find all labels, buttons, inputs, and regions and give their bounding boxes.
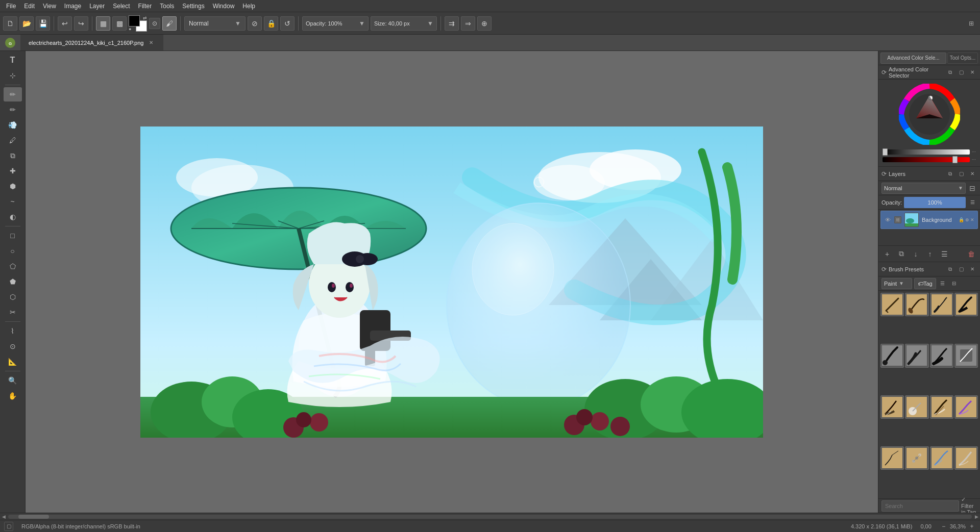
ellipse-select-tool[interactable]: ○ xyxy=(4,244,22,258)
paths-tool[interactable]: ⌇ xyxy=(4,324,22,338)
brush-tool-button[interactable]: 🖌 xyxy=(162,16,177,31)
brush-item-3[interactable] xyxy=(954,293,978,316)
fuzzy-select-tool[interactable]: ⬟ xyxy=(4,274,22,289)
brush-presets-expand-button[interactable]: ▢ xyxy=(957,265,966,274)
layer-opacity-menu[interactable]: ☰ xyxy=(968,198,977,207)
layer-menu-button[interactable]: ☰ xyxy=(939,248,950,260)
lock2-button[interactable]: ↺ xyxy=(280,16,295,31)
scroll-thumb[interactable] xyxy=(18,515,49,519)
menu-window[interactable]: Window xyxy=(209,2,239,11)
brush-item-15[interactable] xyxy=(954,446,978,470)
airbrush-tool[interactable]: 💨 xyxy=(4,118,22,132)
color-selector-float-button[interactable]: ⧉ xyxy=(945,68,954,77)
menu-layer[interactable]: Layer xyxy=(85,2,109,11)
layers-float-button[interactable]: ⧉ xyxy=(945,169,954,179)
brush-view-button[interactable]: ☰ xyxy=(938,279,947,288)
brush-item-6[interactable] xyxy=(930,344,953,367)
menu-image[interactable]: Image xyxy=(60,2,85,11)
lock-alpha-button[interactable]: 🔒 xyxy=(264,16,278,31)
blend-mode-dropdown[interactable]: Normal ▼ xyxy=(184,16,246,31)
layer-delete-icon[interactable]: ✕ xyxy=(970,217,974,222)
color-picker-tool[interactable]: ⊙ xyxy=(4,339,22,353)
brush-search-input[interactable] xyxy=(881,500,959,512)
brush-presets-float-button[interactable]: ⧉ xyxy=(945,265,954,274)
move-layer-up-button[interactable]: ↑ xyxy=(924,248,936,260)
move-layer-down-button[interactable]: ↓ xyxy=(910,248,921,260)
heal-tool[interactable]: ✚ xyxy=(4,164,22,178)
advanced-color-tab[interactable]: Advanced Color Sele... xyxy=(880,53,946,64)
zoom-in-button[interactable]: + xyxy=(968,522,976,530)
clone-tool[interactable]: ⧉ xyxy=(4,148,22,163)
scroll-left-button[interactable]: ◀ xyxy=(0,513,7,520)
open-file-button[interactable]: 📂 xyxy=(19,16,34,31)
align-button[interactable]: ⇉ xyxy=(445,16,459,31)
menu-settings[interactable]: Settings xyxy=(178,2,208,11)
erase-button[interactable]: ⊘ xyxy=(248,16,262,31)
canvas-area[interactable]: Tyson Tan xyxy=(26,51,878,513)
menu-help[interactable]: Help xyxy=(238,2,259,11)
paint-tool[interactable]: ✏ xyxy=(4,87,22,102)
layers-close-button[interactable]: ✕ xyxy=(968,169,977,179)
color-wheel[interactable] xyxy=(899,84,960,145)
zoom-in-tool[interactable]: 🔍 xyxy=(4,373,22,388)
brush-item-2[interactable] xyxy=(930,293,953,316)
menu-view[interactable]: View xyxy=(39,2,60,11)
brush-item-12[interactable] xyxy=(880,446,904,470)
text-tool[interactable]: T xyxy=(4,53,22,67)
color-mode-button[interactable]: ⊙ xyxy=(149,18,160,29)
redo-button[interactable]: ↪ xyxy=(74,16,88,31)
delete-layer-button[interactable]: 🗑 xyxy=(966,248,977,260)
size-control[interactable]: Size: 40,00 px ▼ xyxy=(371,16,437,31)
layer-blend-mode-dropdown[interactable]: Normal ▼ xyxy=(881,183,966,194)
brush-item-5[interactable] xyxy=(905,344,928,367)
brush-item-10[interactable] xyxy=(930,395,953,419)
color-reset-icon[interactable]: ● xyxy=(129,27,131,32)
brush-category-dropdown[interactable]: Paint ▼ xyxy=(881,278,912,289)
image-tab[interactable]: electrichearts_20201224A_kiki_c1_2160P.p… xyxy=(20,35,163,50)
add-layer-button[interactable]: + xyxy=(881,248,893,260)
layer-visibility-toggle[interactable]: 👁 xyxy=(884,216,891,223)
select-by-color-tool[interactable]: ⬡ xyxy=(4,290,22,304)
tool-opts-tab[interactable]: Tool Opts... xyxy=(947,53,978,64)
layer-chain-icon[interactable]: ⛓ xyxy=(894,216,901,223)
zoom-out-button[interactable]: − xyxy=(940,522,948,530)
scroll-track[interactable] xyxy=(8,515,972,519)
brush-item-7[interactable] xyxy=(954,344,978,367)
window-resize-button[interactable]: ⊞ xyxy=(966,18,977,29)
brush-item-9[interactable] xyxy=(905,395,928,419)
brush-item-14[interactable] xyxy=(930,446,953,470)
menu-filter[interactable]: Filter xyxy=(134,2,156,11)
tab-close-button[interactable]: ✕ xyxy=(148,39,155,46)
brush-options-button[interactable]: ⊟ xyxy=(949,279,959,288)
undo-button[interactable]: ↩ xyxy=(58,16,72,31)
layer-opacity-control[interactable]: 100% xyxy=(904,197,966,208)
measure-tool[interactable]: 📐 xyxy=(4,354,22,369)
grid2-button[interactable]: ▩ xyxy=(112,16,127,31)
grid-toggle-button[interactable]: ▦ xyxy=(96,16,110,31)
menu-file[interactable]: File xyxy=(2,2,20,11)
red-slider[interactable] xyxy=(883,157,970,162)
ink-tool[interactable]: 🖊 xyxy=(4,133,22,147)
brush-presets-close-button[interactable]: ✕ xyxy=(968,265,977,274)
duplicate-layer-button[interactable]: ⧉ xyxy=(896,248,907,260)
scroll-right-button[interactable]: ▶ xyxy=(973,513,980,520)
flip-button[interactable]: ⇒ xyxy=(461,16,475,31)
brush-tag-button[interactable]: 🏷 Tag xyxy=(914,278,936,289)
menu-tools[interactable]: Tools xyxy=(156,2,178,11)
brush-item-0[interactable] xyxy=(880,293,904,316)
menu-select[interactable]: Select xyxy=(109,2,134,11)
color-selector-expand-button[interactable]: ▢ xyxy=(957,68,966,77)
align-tool[interactable]: ⊹ xyxy=(4,68,22,83)
brush-item-8[interactable] xyxy=(880,395,904,419)
black-slider[interactable] xyxy=(883,149,970,155)
save-file-button[interactable]: 💾 xyxy=(36,16,50,31)
layer-filter-button[interactable]: ⊟ xyxy=(968,184,977,193)
transform-button[interactable]: ⊕ xyxy=(477,16,492,31)
layer-item-background[interactable]: 👁 ⛓ Background 🔒 ⊕ ✕ xyxy=(880,211,978,229)
brush-item-11[interactable] xyxy=(954,395,978,419)
smudge-tool[interactable]: ~ xyxy=(4,194,22,209)
layers-expand-button[interactable]: ▢ xyxy=(957,169,966,179)
free-select-tool[interactable]: ⬠ xyxy=(4,259,22,273)
fg-bg-color-selector[interactable]: ⇄ ● xyxy=(129,15,147,32)
dodge-burn-tool[interactable]: ◐ xyxy=(4,210,22,224)
